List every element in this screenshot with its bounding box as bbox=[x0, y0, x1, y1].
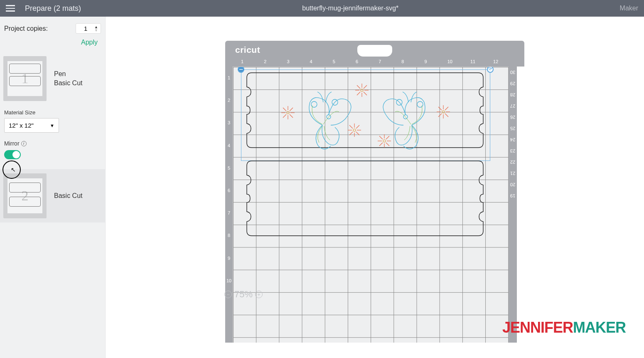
mirror-toggle[interactable] bbox=[4, 150, 21, 159]
top-bar: Prepare (2 mats) butterfly-mug-jenniferm… bbox=[0, 0, 644, 17]
svg-line-13 bbox=[364, 92, 367, 95]
svg-line-31 bbox=[356, 132, 359, 135]
stepper-arrows[interactable]: ▲▼ bbox=[94, 25, 98, 32]
copies-input[interactable] bbox=[79, 25, 93, 32]
zoom-value: 75% bbox=[234, 289, 253, 300]
sidebar: Project copies: ▲▼ Apply 1 Pen Basic Cut… bbox=[0, 17, 106, 358]
machine-label[interactable]: Maker bbox=[620, 5, 638, 12]
ruler-right: 302928272625242322212019 bbox=[509, 67, 517, 343]
svg-point-24 bbox=[353, 129, 356, 131]
svg-line-21 bbox=[283, 108, 286, 111]
project-title: butterfly-mug-jennifermaker-svg* bbox=[81, 5, 620, 12]
svg-point-3 bbox=[417, 101, 423, 107]
design-artwork bbox=[233, 67, 509, 343]
mat-2-thumb: 2 bbox=[3, 173, 47, 218]
prepare-title: Prepare (2 mats) bbox=[25, 4, 81, 13]
cursor-icon: ↖ bbox=[11, 166, 16, 173]
mat-2-row[interactable]: 2 Basic Cut bbox=[0, 169, 105, 222]
svg-line-39 bbox=[379, 136, 383, 139]
mat-1-row[interactable]: 1 Pen Basic Cut bbox=[0, 52, 105, 105]
mat-1-thumb: 1 bbox=[3, 56, 47, 101]
material-size-label: Material Size bbox=[0, 105, 105, 118]
cutting-mat[interactable]: cricut 123456789101112 12345678910 bbox=[225, 41, 524, 343]
chevron-down-icon: ▼ bbox=[50, 123, 54, 128]
ruler-left: 12345678910 bbox=[225, 67, 233, 343]
svg-line-14 bbox=[357, 92, 360, 95]
info-icon[interactable]: i bbox=[21, 141, 27, 146]
svg-line-12 bbox=[357, 85, 360, 89]
svg-line-38 bbox=[386, 136, 389, 139]
svg-line-23 bbox=[283, 114, 286, 118]
svg-point-42 bbox=[442, 111, 445, 113]
mat-tab bbox=[357, 45, 392, 57]
apply-button[interactable]: Apply bbox=[81, 39, 98, 46]
svg-line-30 bbox=[349, 125, 353, 128]
menu-icon[interactable] bbox=[6, 5, 15, 12]
svg-line-47 bbox=[445, 107, 448, 110]
zoom-out-icon[interactable]: − bbox=[224, 291, 232, 298]
svg-line-41 bbox=[379, 143, 383, 146]
svg-line-50 bbox=[438, 114, 442, 117]
watermark: JENNIFERMAKER bbox=[502, 319, 626, 336]
copies-stepper[interactable]: ▲▼ bbox=[76, 23, 101, 34]
svg-line-20 bbox=[290, 108, 293, 111]
svg-point-15 bbox=[287, 111, 289, 114]
svg-point-6 bbox=[361, 89, 363, 91]
mat-2-meta: Basic Cut bbox=[54, 191, 82, 200]
ruler-top: 123456789101112 bbox=[225, 59, 524, 67]
svg-point-33 bbox=[383, 140, 386, 142]
zoom-in-icon[interactable]: + bbox=[255, 291, 263, 298]
svg-line-32 bbox=[349, 132, 353, 135]
canvas-area: cricut 123456789101112 12345678910 bbox=[106, 17, 644, 358]
brand-label: cricut bbox=[235, 45, 260, 55]
svg-line-22 bbox=[290, 114, 293, 118]
mat-1-meta: Pen Basic Cut bbox=[54, 69, 82, 88]
copies-label: Project copies: bbox=[4, 25, 48, 32]
svg-line-11 bbox=[364, 85, 367, 89]
svg-point-0 bbox=[311, 101, 317, 107]
zoom-control[interactable]: − 75% + bbox=[224, 289, 263, 300]
svg-line-49 bbox=[445, 114, 448, 117]
svg-line-29 bbox=[356, 125, 359, 128]
mirror-label: Mirror bbox=[4, 140, 20, 147]
svg-line-40 bbox=[386, 143, 389, 146]
material-size-select[interactable]: 12" x 12" ▼ bbox=[4, 118, 59, 133]
svg-line-48 bbox=[438, 107, 442, 110]
mat-grid[interactable] bbox=[233, 67, 509, 343]
